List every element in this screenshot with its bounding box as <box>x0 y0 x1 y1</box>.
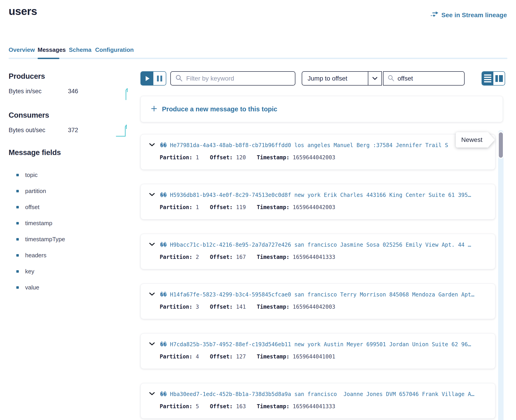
chevron-down-icon[interactable] <box>149 342 155 347</box>
message-key: H14fa67fe-5823-4299-b3c4-595845cfcae0 <box>170 292 291 298</box>
scrollbar-thumb[interactable] <box>499 132 503 158</box>
column-view-icon <box>495 75 503 82</box>
message-value: san francisco Jasmine Sosa 025256 Emily … <box>291 242 471 248</box>
topic-messages-page: users See in Stream lineage Overview Mes… <box>0 0 516 420</box>
bullet-icon <box>16 270 19 273</box>
message-meta: Partition: 1 Offset: 119 Timestamp: 1659… <box>149 204 487 210</box>
message-row[interactable]: �� H7cda825b-35b7-4952-88ef-c193d546eb11… <box>140 333 495 369</box>
message-key: H5936db81-b943-4e0f-8c29-74513e0c0d8f <box>170 192 291 198</box>
message-prefix: �� <box>160 391 170 397</box>
producers-heading: Producers <box>9 72 45 81</box>
message-key: H9bacc71c-b12c-4216-8e95-2a7da727e426 <box>170 242 291 248</box>
search-icon <box>175 75 183 82</box>
active-tab-indicator <box>38 58 59 59</box>
play-pause-toggle <box>140 71 166 86</box>
list-view-icon <box>484 75 491 82</box>
message-preview: �� H9bacc71c-b12c-4216-8e95-2a7da727e426… <box>160 242 471 248</box>
message-key: H7cda825b-35b7-4952-88ef-c193d546eb11 <box>170 341 291 348</box>
message-value: los angeles Manuel Berg :37584 Jennifer … <box>291 142 448 149</box>
chevron-down-icon[interactable] <box>149 193 155 198</box>
chevron-down-icon[interactable] <box>149 242 155 247</box>
message-prefix: �� <box>160 192 170 198</box>
pause-button[interactable] <box>153 72 166 85</box>
field-item-timestampType[interactable]: timestampType <box>16 236 65 243</box>
bullet-icon <box>16 174 19 176</box>
stream-lineage-icon <box>431 11 439 19</box>
message-preview: �� H5936db81-b943-4e0f-8c29-74513e0c0d8f… <box>160 192 471 198</box>
message-meta: Partition: 4 Offset: 127 Timestamp: 1659… <box>149 353 487 360</box>
tab-configuration[interactable]: Configuration <box>95 46 134 53</box>
produce-message-button[interactable]: Produce a new message to this topic <box>140 96 503 122</box>
tab-overview[interactable]: Overview <box>9 46 35 53</box>
chevron-down-icon[interactable] <box>149 292 155 297</box>
bullet-icon <box>16 254 19 257</box>
bullet-icon <box>16 286 19 289</box>
bytes-out-label: Bytes out/sec <box>9 127 45 134</box>
bullet-icon <box>16 238 19 240</box>
message-row[interactable]: �� Hba30eed7-1edc-452b-8b1a-738d3b5d8a9a… <box>140 383 495 419</box>
message-key: He77981da-4a43-48ab-b8f8-cb71b96ffdd0 <box>170 142 291 149</box>
consumers-heading: Consumers <box>9 111 49 120</box>
bytes-out-value: 372 <box>68 127 78 134</box>
chevron-down-icon[interactable] <box>149 392 155 397</box>
list-view-button[interactable] <box>482 72 493 85</box>
message-prefix: �� <box>160 242 170 248</box>
jump-to-offset-select[interactable]: Jump to offset <box>302 71 382 86</box>
filter-field <box>170 71 295 86</box>
page-title: users <box>9 5 37 17</box>
tab-schema[interactable]: Schema <box>69 46 92 53</box>
chevron-down-icon[interactable] <box>149 143 155 148</box>
message-preview: �� H7cda825b-35b7-4952-88ef-c193d546eb11… <box>160 341 471 348</box>
message-row[interactable]: �� H5936db81-b943-4e0f-8c29-74513e0c0d8f… <box>140 184 495 219</box>
producers-sparkline-icon <box>122 88 131 102</box>
message-value: new york Erik Charles 443166 King Center… <box>291 192 471 198</box>
column-view-button[interactable] <box>493 72 505 85</box>
message-row[interactable]: �� He77981da-4a43-48ab-b8f8-cb71b96ffdd0… <box>140 134 495 170</box>
message-prefix: �� <box>160 142 170 149</box>
message-meta: Partition: 3 Offset: 141 Timestamp: 1659… <box>149 304 487 310</box>
message-preview: �� H14fa67fe-5823-4299-b3c4-595845cfcae0… <box>160 292 474 298</box>
offset-search-field <box>383 71 465 86</box>
message-value: san francisco Joanne Jones DVM 657046 Fr… <box>291 391 474 397</box>
message-row[interactable]: �� H14fa67fe-5823-4299-b3c4-595845cfcae0… <box>140 284 495 319</box>
tab-messages[interactable]: Messages <box>38 46 66 53</box>
message-key: Hba30eed7-1edc-452b-8b1a-738d3b5d8a9a <box>170 391 291 397</box>
field-item-offset[interactable]: offset <box>16 204 39 211</box>
play-icon <box>146 76 149 81</box>
field-item-key[interactable]: key <box>16 268 34 275</box>
play-button[interactable] <box>141 72 153 85</box>
field-item-headers[interactable]: headers <box>16 252 46 259</box>
message-fields-heading: Message fields <box>9 148 61 157</box>
bullet-icon <box>16 206 19 208</box>
chevron-down-icon <box>368 72 381 85</box>
newest-tooltip: Newest <box>456 132 488 148</box>
message-prefix: �� <box>160 341 170 348</box>
message-preview: �� He77981da-4a43-48ab-b8f8-cb71b96ffdd0… <box>160 142 448 149</box>
message-meta: Partition: 1 Offset: 120 Timestamp: 1659… <box>149 154 487 161</box>
bullet-icon <box>16 222 19 225</box>
message-prefix: �� <box>160 292 170 298</box>
jump-to-offset-value: Jump to offset <box>302 72 368 85</box>
plus-icon <box>151 105 157 113</box>
filter-input[interactable] <box>186 75 290 82</box>
newest-tooltip-label: Newest <box>461 136 482 143</box>
message-preview: �� Hba30eed7-1edc-452b-8b1a-738d3b5d8a9a… <box>160 391 474 397</box>
stream-lineage-label: See in Stream lineage <box>441 12 507 19</box>
message-value: new york Austin Meyer 699501 Jordan Unio… <box>291 341 471 348</box>
message-value: san francisco Terry Morrison 845068 Mend… <box>291 292 474 298</box>
stream-lineage-link[interactable]: See in Stream lineage <box>431 11 507 19</box>
offset-input[interactable] <box>398 75 450 82</box>
produce-message-label: Produce a new message to this topic <box>162 105 277 113</box>
bytes-in-label: Bytes in/sec <box>9 88 42 95</box>
tab-bar: Overview Messages Schema Configuration <box>9 46 507 60</box>
field-item-value[interactable]: value <box>16 284 39 291</box>
message-row[interactable]: �� H9bacc71c-b12c-4216-8e95-2a7da727e426… <box>140 234 495 269</box>
view-mode-toggle <box>482 71 505 86</box>
message-meta: Partition: 2 Offset: 167 Timestamp: 1659… <box>149 254 487 260</box>
field-item-topic[interactable]: topic <box>16 172 38 179</box>
scrollbar-track[interactable] <box>498 130 504 420</box>
search-icon <box>388 75 394 82</box>
field-item-timestamp[interactable]: timestamp <box>16 220 52 227</box>
bytes-in-value: 346 <box>68 88 78 95</box>
field-item-partition[interactable]: partition <box>16 188 46 195</box>
